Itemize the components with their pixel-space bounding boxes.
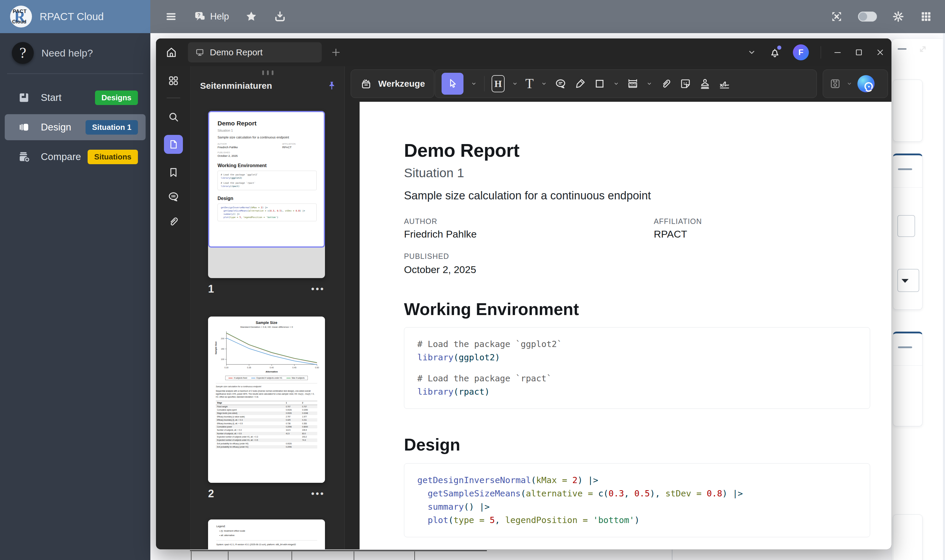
sidebar-item-design[interactable]: Design Situation 1 [5, 114, 146, 140]
settings-gear-icon[interactable] [892, 10, 905, 23]
document-tab[interactable]: Demo Report [188, 42, 322, 62]
sidebar-item-start[interactable]: Start Designs [5, 85, 146, 111]
thumbnail-menu[interactable]: ••• [311, 284, 325, 294]
grid-view-icon[interactable] [167, 75, 180, 87]
legend-title: Legend: [216, 525, 317, 528]
need-help-row[interactable]: ? Need help? [0, 33, 150, 64]
panel-expand-icon[interactable] [917, 43, 928, 55]
attachments-icon[interactable] [167, 215, 180, 228]
brand-block[interactable]: R PACT Cloud RPACT Cloud [0, 0, 150, 33]
published-label: PUBLISHED [404, 252, 449, 261]
label-stub [898, 346, 912, 348]
svg-text:0.35: 0.35 [247, 366, 251, 369]
theme-toggle[interactable] [858, 12, 877, 22]
user-avatar[interactable]: F [793, 45, 809, 60]
maximize-button[interactable] [854, 48, 863, 57]
code-line: summary() |> [221, 212, 313, 215]
code-line: library(ggplot2) [417, 351, 857, 364]
code-line: # Load the package `rpact` [417, 372, 857, 385]
search-icon[interactable] [167, 111, 180, 123]
panel-drag-handle[interactable] [262, 71, 273, 75]
window-header: Demo Report F [156, 38, 891, 66]
top-bar: R PACT Cloud RPACT Cloud Help [0, 0, 945, 33]
chevron-down-icon[interactable] [613, 80, 620, 87]
stamp-tool-icon[interactable] [699, 77, 711, 90]
thumbnail-number: 2 [208, 488, 214, 500]
dropdown-stub[interactable] [897, 269, 919, 292]
rail-card [893, 80, 922, 142]
bookmark-icon[interactable] [167, 166, 180, 179]
monitor-icon [195, 48, 205, 57]
table-row: Efficacy boundary (z-value scale)2.7971.… [216, 415, 317, 418]
section-heading: Working Environment [404, 299, 579, 319]
minimize-button[interactable] [833, 48, 842, 57]
chevron-down-icon[interactable] [512, 80, 518, 87]
thumbnail-3[interactable]: Legend: • (t): treatment effect scale • … [208, 520, 325, 549]
code-line: library(ggplot2) [221, 176, 313, 180]
chevron-down-icon[interactable] [646, 80, 653, 87]
measure-tool-icon[interactable] [627, 77, 639, 90]
save-icon[interactable] [829, 77, 842, 90]
mini-tagline: Sample size calculation for a continuous… [217, 135, 317, 139]
divider [893, 365, 922, 366]
new-tab-button[interactable] [331, 47, 341, 58]
chevron-down-icon[interactable] [470, 80, 477, 87]
cursor-icon [447, 78, 458, 90]
signature-tool-icon[interactable] [718, 77, 731, 90]
comment-tool-icon[interactable] [554, 77, 567, 90]
panel-minimize-icon[interactable] [898, 48, 906, 50]
thumbnails-panel: Seitenminiaturen Demo Report Situation 1… [191, 66, 345, 549]
pen-tool-icon[interactable] [574, 77, 586, 90]
caption: Sample size calculation for a continuous… [216, 385, 317, 388]
table-row: Cumulative power0.20960.8000 [216, 425, 317, 428]
close-button[interactable] [876, 48, 885, 57]
thumbnail-menu[interactable]: ••• [311, 489, 325, 499]
chevron-down-icon[interactable] [541, 80, 547, 87]
tools-menu-button[interactable]: Werkzeuge [351, 69, 434, 98]
chevron-down-icon[interactable] [846, 80, 853, 87]
input-field-stub[interactable] [897, 215, 915, 237]
ai-assistant-button[interactable] [857, 75, 874, 92]
right-rail-panel [891, 38, 943, 560]
code-block-working-environment: # Load the package `ggplot2`library(ggpl… [404, 327, 870, 409]
table-header: 2 [301, 401, 317, 405]
text-tool[interactable]: T [525, 77, 533, 91]
chevron-down-icon[interactable] [747, 47, 757, 57]
panel-title: Seitenminiaturen [200, 81, 272, 91]
svg-text:150: 150 [221, 348, 224, 350]
star-icon[interactable] [245, 10, 258, 23]
page-background-sliver [943, 33, 945, 560]
help-button[interactable]: Help [193, 10, 229, 23]
table-gridline [228, 551, 228, 560]
mini-title: Demo Report [217, 120, 317, 127]
code-line: getDesignInverseNormal(kMax = 2) |> [417, 474, 857, 487]
highlight-tool[interactable]: H [492, 75, 505, 92]
hamburger-icon[interactable] [165, 10, 177, 23]
start-icon [17, 91, 31, 105]
rail-divider [166, 98, 180, 98]
table-gridline [354, 551, 354, 560]
fullscreen-icon[interactable] [830, 10, 843, 23]
pin-icon[interactable] [326, 78, 338, 94]
shape-tool-icon[interactable] [594, 77, 606, 90]
cursor-tool-selected[interactable] [442, 73, 464, 95]
table-gridline [414, 551, 415, 560]
thumbnail-2[interactable]: Sample Size Standard Deviation = 0.8, H0… [208, 317, 325, 483]
comments-icon[interactable] [167, 191, 180, 203]
thumbnail-1[interactable]: Demo Report Situation 1 Sample size calc… [208, 111, 325, 278]
attachment-tool-icon[interactable] [660, 77, 672, 90]
notifications-bell-icon[interactable] [769, 46, 781, 58]
sticker-tool-icon[interactable] [679, 77, 692, 90]
page-thumbnails-button[interactable] [164, 135, 183, 154]
apps-grid-icon[interactable] [920, 10, 933, 23]
report-subtitle: Situation 1 [404, 166, 464, 180]
svg-text:0.45: 0.45 [292, 366, 296, 369]
tab-title: Demo Report [210, 47, 262, 57]
designs-badge: Designs [95, 91, 138, 105]
sidebar-item-compare[interactable]: Compare Situations [5, 144, 146, 170]
annotation-tool-group: H T [435, 69, 817, 98]
home-button[interactable] [162, 43, 181, 62]
table-row: Efficacy boundary (t), alt. = 0.50.7360.… [216, 422, 317, 425]
download-icon[interactable] [273, 10, 287, 23]
code-line: # Load the package `ggplot2` [417, 337, 857, 351]
